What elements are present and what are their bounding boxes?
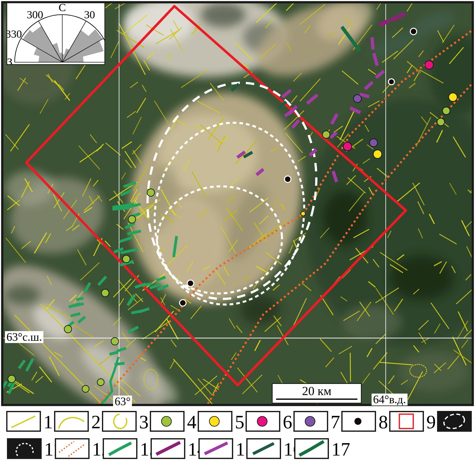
stroke-violet15-icon — [200, 439, 232, 458]
red-rect-icon — [390, 412, 423, 431]
sample-dot-black — [180, 300, 186, 306]
sample-dot-green — [8, 375, 15, 383]
white-dash-ellipse-icon — [438, 412, 471, 431]
sample-dot-black — [411, 29, 416, 34]
legend-item-2-number: 2 — [91, 412, 101, 431]
legend-item-6-number: 6 — [283, 412, 292, 431]
violet-dash — [372, 37, 373, 50]
longitude-label-64: 64°в.д. — [372, 394, 408, 405]
yellow-line-icon — [7, 412, 40, 431]
latitude-label: 63°с.ш. — [5, 331, 43, 343]
legend-item-11-box — [7, 438, 42, 459]
yellow-arc-icon — [55, 412, 88, 431]
rose-label-30: 30 — [84, 9, 95, 21]
rose-label-300: 300 — [27, 9, 43, 21]
white-dot-arc-icon — [8, 439, 40, 458]
sample-dot-yellow — [449, 93, 457, 101]
sample-dot-black — [188, 281, 193, 286]
legend-item-14-box — [151, 438, 185, 459]
sample-dot-green — [64, 325, 72, 333]
dot-black-icon — [343, 412, 375, 431]
rose-label-С: С — [59, 3, 66, 14]
legend-item-8-number: 8 — [379, 412, 388, 431]
legend-item-8-box — [341, 411, 376, 432]
legend-item-10-number: 10 — [474, 412, 476, 431]
sample-dot-green — [322, 131, 330, 138]
sample-dot-purple — [370, 139, 378, 147]
legend-item-4-number: 4 — [187, 412, 196, 431]
dot-yellow-icon — [199, 412, 231, 431]
rose-diagram: С3060В300330З — [7, 3, 104, 64]
legend-item-13-box — [103, 438, 137, 459]
sample-dot-green — [101, 289, 109, 297]
legend-item-5-box — [198, 411, 232, 432]
sample-dot-green — [97, 379, 104, 386]
dot-purple-icon — [295, 412, 327, 431]
sample-dot-green — [147, 189, 155, 196]
sample-dot-green — [443, 107, 450, 115]
sample-dot-purple — [353, 95, 361, 103]
legend-item-9-number: 9 — [426, 412, 436, 431]
sample-dot-green — [111, 338, 119, 345]
orange-dotted-icon — [56, 439, 88, 458]
scale-bar: 20 км — [272, 383, 362, 403]
stroke-green16-icon — [248, 439, 280, 458]
sample-dot-magenta — [425, 61, 433, 69]
legend-item-2-box — [54, 411, 89, 432]
sample-dot-magenta — [343, 142, 352, 151]
stroke-green13-icon — [104, 439, 136, 458]
rose-label-З: З — [7, 56, 12, 64]
legend-item-17-box — [294, 438, 329, 459]
legend-item-17-number: 17 — [331, 440, 350, 459]
stroke-green17-icon — [295, 439, 328, 458]
legend-item-3-box — [102, 411, 137, 432]
rose-petals — [23, 26, 104, 62]
legend-item-12-box — [55, 438, 90, 459]
sample-dot-black — [285, 176, 290, 182]
legend-item-3-number: 3 — [139, 412, 149, 431]
legend-item-16-box — [246, 438, 281, 459]
yellow-ring-icon — [103, 412, 135, 431]
figure-root: С3060В300330З 63°с.ш. 63° 64°в.д. 20 км … — [0, 0, 476, 460]
sample-dot-green — [128, 216, 136, 223]
legend-item-15-box — [198, 438, 233, 459]
dot-magenta-icon — [247, 412, 279, 431]
sample-dot-black — [389, 79, 394, 84]
legend-item-1-box — [6, 411, 41, 432]
legend-item-7-number: 7 — [331, 412, 340, 431]
green-lineament-stroke — [76, 298, 83, 300]
legend-item-7-box — [293, 411, 328, 432]
sample-dot-green — [437, 118, 444, 126]
longitude-label-63: 63° — [113, 396, 132, 407]
dot-green-icon — [151, 412, 183, 431]
legend-item-4-box — [150, 411, 185, 432]
rose-label-330: 330 — [7, 28, 22, 40]
green-lineament-stroke — [112, 208, 129, 209]
scale-bar-label: 20 км — [273, 384, 361, 398]
rose-diagram-panel: С3060В300330З — [6, 2, 105, 65]
legend-item-9-box — [389, 411, 424, 432]
legend-item-1-number: 1 — [43, 412, 53, 431]
sample-dot-green — [82, 385, 89, 392]
legend-item-6-box — [246, 411, 280, 432]
stroke-purple14-icon — [152, 439, 184, 458]
legend-item-5-number: 5 — [235, 412, 244, 431]
legend-item-10-box — [437, 411, 472, 432]
sample-dot-yellow — [301, 211, 305, 216]
sample-dot-yellow — [373, 150, 382, 158]
sample-dot-green — [123, 255, 130, 263]
scale-bar-line — [276, 399, 357, 400]
